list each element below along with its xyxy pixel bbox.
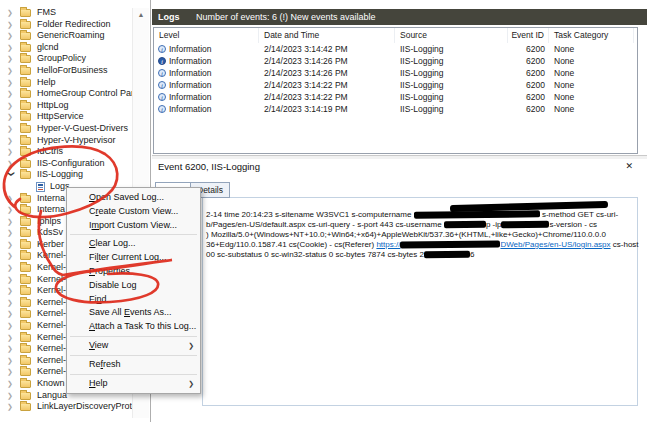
tree-item-glcnd[interactable]: ❯glcnd [0, 42, 150, 54]
referer-link[interactable]: DWeb/Pages/en-US/login.aspx [500, 240, 610, 249]
menu-item-refresh[interactable]: Refresh [67, 358, 200, 372]
chevron-collapsed-icon[interactable]: ❯ [7, 53, 15, 65]
menu-item-open-saved-log[interactable]: Open Saved Log... [67, 191, 200, 205]
scrollbar-up-icon[interactable]: ▲ [133, 10, 149, 20]
table-row[interactable]: iInformation2/14/2023 3:14:22 PMIIS-Logg… [154, 91, 637, 103]
menu-item-import-custom-view[interactable]: Import Custom View... [67, 219, 200, 233]
tree-item-label: KdsSv [37, 227, 63, 239]
tree-item-fms[interactable]: ❯FMS [0, 7, 150, 19]
chevron-collapsed-icon[interactable]: ❯ [7, 7, 15, 19]
tree-item-help[interactable]: ❯Help [0, 77, 150, 89]
chevron-collapsed-icon[interactable]: ❯ [7, 308, 15, 320]
menu-item-filter-current-log[interactable]: Filter Current Log... [67, 251, 200, 265]
chevron-collapsed-icon[interactable]: ❯ [7, 19, 15, 31]
table-row[interactable]: iInformation2/14/2023 3:14:26 PMIIS-Logg… [154, 67, 637, 79]
chevron-collapsed-icon[interactable]: ❯ [7, 111, 15, 123]
chevron-collapsed-icon[interactable]: ❯ [7, 274, 15, 286]
chevron-collapsed-icon[interactable]: ❯ [7, 378, 15, 390]
source-cell: IIS-Logging [395, 103, 508, 115]
table-row[interactable]: iInformation2/14/2023 3:14:42 PMIIS-Logg… [154, 43, 637, 55]
menu-item-view[interactable]: View❯ [67, 339, 200, 353]
menu-item-create-custom-view[interactable]: Create Custom View... [67, 205, 200, 219]
date-cell: 2/14/2023 3:14:22 PM [259, 91, 395, 103]
tree-item-httplog[interactable]: ❯HttpLog [0, 100, 150, 112]
chevron-collapsed-icon[interactable]: ❯ [7, 250, 15, 262]
chevron-collapsed-icon[interactable]: ❯ [7, 135, 15, 147]
folder-icon [20, 276, 31, 284]
chevron-collapsed-icon[interactable]: ❯ [7, 216, 15, 228]
chevron-collapsed-icon[interactable]: ❯ [7, 77, 15, 89]
chevron-collapsed-icon[interactable]: ❯ [7, 204, 15, 216]
chevron-collapsed-icon[interactable]: ❯ [7, 65, 15, 77]
chevron-collapsed-icon[interactable]: ❯ [7, 30, 15, 42]
information-icon: i [158, 57, 166, 65]
chevron-collapsed-icon[interactable]: ❯ [7, 42, 15, 54]
task-category-cell: None [549, 43, 634, 55]
tree-item-hyper-v-guest-drivers[interactable]: ❯Hyper-V-Guest-Drivers [0, 123, 150, 135]
pane-divider[interactable] [152, 155, 647, 159]
tree-item-linklayerdiscoveryprotocol[interactable]: ❯LinkLayerDiscoveryProtocol [0, 401, 150, 413]
level-label: Information [169, 43, 212, 55]
column-header-event-id[interactable]: Event ID [508, 28, 549, 43]
tree-item-grouppolicy[interactable]: ❯GroupPolicy [0, 53, 150, 65]
chevron-collapsed-icon[interactable]: ❯ [7, 285, 15, 297]
tree-item-iis-configuration[interactable]: ❯IIS-Configuration [0, 158, 150, 170]
chevron-collapsed-icon[interactable]: ❯ [7, 297, 15, 309]
table-row[interactable]: iInformation2/14/2023 3:14:26 PMIIS-Logg… [154, 55, 637, 67]
chevron-collapsed-icon[interactable]: ❯ [7, 262, 15, 274]
folder-icon [20, 264, 31, 272]
tree-item-label: Kernel- [37, 297, 66, 309]
tree-item-httpservice[interactable]: ❯HttpService [0, 111, 150, 123]
column-header-source[interactable]: Source [395, 28, 508, 43]
event-detail-line: ) Mozilla/5.0+(Windows+NT+10.0;+Win64;+x… [206, 230, 606, 240]
source-cell: IIS-Logging [395, 55, 508, 67]
referer-link[interactable]: https:// [376, 240, 400, 249]
column-header-task-category[interactable]: Task Category [549, 28, 634, 43]
menu-item-properties[interactable]: Properties [67, 265, 200, 279]
level-label: Information [169, 79, 212, 91]
close-icon[interactable]: ✕ [625, 161, 633, 171]
chevron-collapsed-icon[interactable]: ❯ [7, 227, 15, 239]
tree-item-folder-redirection[interactable]: ❯Folder Redirection [0, 19, 150, 31]
chevron-collapsed-icon[interactable]: ❯ [7, 158, 15, 170]
chevron-collapsed-icon[interactable]: ❯ [7, 355, 15, 367]
menu-item-attach-a-task-to-this-log[interactable]: Attach a Task To this Log... [67, 320, 200, 334]
tree-item-label: Kernel- [37, 250, 66, 262]
chevron-collapsed-icon[interactable]: ❯ [7, 320, 15, 332]
menu-item-help[interactable]: Help❯ [67, 377, 200, 391]
chevron-collapsed-icon[interactable]: ❯ [7, 366, 15, 378]
chevron-collapsed-icon[interactable]: ❯ [7, 401, 15, 413]
menu-item-clear-log[interactable]: Clear Log... [67, 237, 200, 251]
tree-item-label: Kerber [37, 239, 64, 251]
chevron-collapsed-icon[interactable]: ❯ [7, 100, 15, 112]
level-cell: iInformation [154, 103, 259, 115]
menu-item-save-all-events-as[interactable]: Save All Events As... [67, 306, 200, 320]
chevron-collapsed-icon[interactable]: ❯ [7, 88, 15, 100]
chevron-collapsed-icon[interactable]: ❯ [7, 343, 15, 355]
chevron-collapsed-icon[interactable]: ❯ [7, 390, 15, 402]
chevron-collapsed-icon[interactable]: ❯ [7, 239, 15, 251]
tree-item-label: IIS-Logging [37, 169, 83, 181]
folder-icon [20, 67, 31, 75]
tree-item-iis-logging[interactable]: ❯IIS-Logging [0, 169, 150, 181]
chevron-collapsed-icon[interactable]: ❯ [7, 123, 15, 135]
chevron-collapsed-icon[interactable]: ❯ [7, 332, 15, 344]
tree-item-hyper-v-hypervisor[interactable]: ❯Hyper-V-Hypervisor [0, 135, 150, 147]
event-id-cell: 6200 [508, 55, 549, 67]
column-header-level[interactable]: Level [154, 28, 259, 43]
detail-text: 2-14 time 20:14:23 s-sitename W3SVC1 s-c… [206, 210, 414, 219]
tree-item-genericroaming[interactable]: ❯GenericRoaming [0, 30, 150, 42]
table-row[interactable]: iInformation2/14/2023 3:14:19 PMIIS-Logg… [154, 103, 637, 115]
table-row[interactable]: iInformation2/14/2023 3:14:22 PMIIS-Logg… [154, 79, 637, 91]
column-header-date-and-time[interactable]: Date and Time [259, 28, 395, 43]
menu-item-find[interactable]: Find... [67, 293, 200, 307]
chevron-collapsed-icon[interactable]: ❯ [7, 146, 15, 158]
source-cell: IIS-Logging [395, 43, 508, 55]
tree-item-idctrls[interactable]: ❯IdCtrls [0, 146, 150, 158]
tree-item-homegroup-control-panel[interactable]: ❯HomeGroup Control Panel [0, 88, 150, 100]
event-id-cell: 6200 [508, 91, 549, 103]
chevron-expanded-icon[interactable]: ❯ [5, 171, 17, 179]
chevron-collapsed-icon[interactable]: ❯ [7, 193, 15, 205]
menu-item-disable-log[interactable]: Disable Log [67, 279, 200, 293]
tree-item-helloforbusiness[interactable]: ❯HelloForBusiness [0, 65, 150, 77]
